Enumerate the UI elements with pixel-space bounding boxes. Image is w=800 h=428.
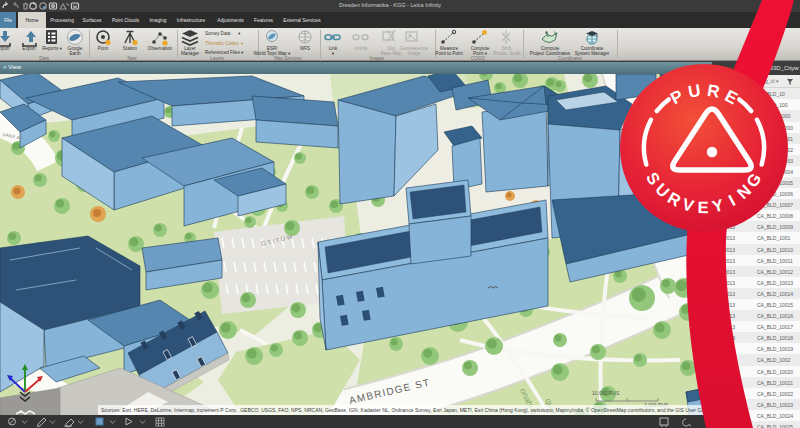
svg-text:10,000 RUS: 10,000 RUS xyxy=(592,390,620,396)
